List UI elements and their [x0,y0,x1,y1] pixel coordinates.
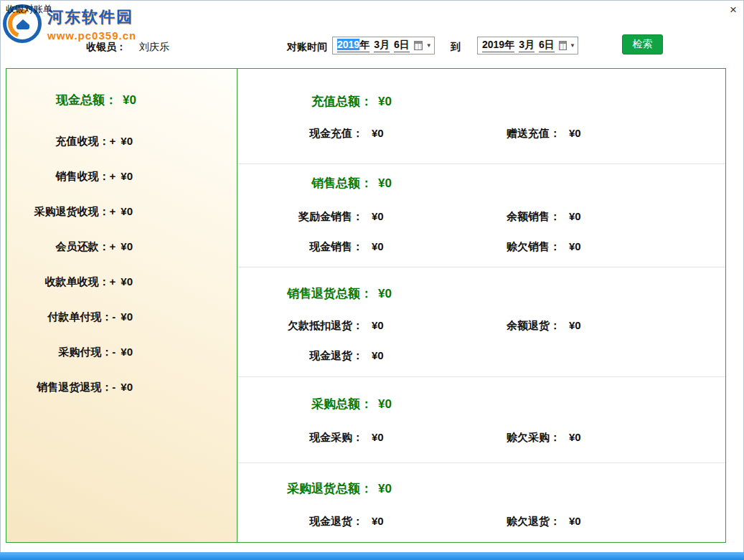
section-title-label: 采购退货总额： [287,482,372,495]
row-label: 付款单付现： [47,310,112,323]
stat-row: 现金退货： ¥0 赊欠退货： ¥0 [237,506,725,536]
stat-row: 奖励金销售： ¥0 余额销售： ¥0 [237,201,725,232]
section-title-label: 采购总额： [311,397,372,411]
stat-value: ¥0 [363,232,406,262]
date-to-month-segment[interactable]: 3月 [519,39,535,52]
stat-value: ¥0 [363,506,406,536]
search-button[interactable]: 检索 [622,34,663,54]
date-to-picker[interactable]: 2019年 3月 6日 ▼ [477,37,578,54]
row-value: ¥0 [121,310,133,323]
row-value: ¥0 [121,240,133,252]
row-sign: - [112,310,116,323]
stat-label: 奖励金销售： [237,201,363,232]
period-label: 对账时间 [287,41,327,54]
section-title-label: 销售退货总额： [287,287,372,300]
calendar-icon[interactable] [559,41,567,50]
detail-panel: 充值总额：¥0 现金充值： ¥0 赠送充值： ¥0 销售总额：¥0 奖励金销售：… [237,69,725,542]
row-sign: - [112,381,116,393]
stat-value: ¥0 [363,422,406,452]
stat-label: 赊欠退货： [406,506,560,536]
stat-label: 余额销售： [406,201,560,232]
row-sign: - [112,346,116,358]
section-title-value: ¥0 [378,95,392,108]
stat-label: 余额退货： [406,310,560,341]
stat-row: 现金采购： ¥0 赊欠采购： ¥0 [237,422,725,452]
stat-value: ¥0 [560,201,603,232]
reconciliation-panel: 现金总额：¥0 充值收现：+¥0 销售收现：+¥0 采购退货收现：+¥0 会员还… [6,68,726,543]
row-label: 充值收现： [56,135,110,147]
stat-row: 现金退货： ¥0 [237,341,725,371]
row-sign: + [110,240,116,252]
cash-flow-row: 会员还款：+¥0 [6,229,237,264]
date-to-year-segment[interactable]: 2019年 [482,39,514,52]
row-sign: + [110,205,116,217]
section-title: 充值总额：¥0 [237,89,392,115]
section-sales-return-total: 销售退货总额：¥0 欠款抵扣退货： ¥0 余额退货： ¥0 现金退货： ¥0 [237,267,725,377]
stat-label: 赊欠采购： [406,422,560,452]
stat-label: 赊欠销售： [406,232,560,262]
cash-flow-row: 销售收现：+¥0 [6,158,237,194]
row-value: ¥0 [121,170,133,182]
cash-flow-row: 采购付现：-¥0 [6,334,237,369]
section-title-value: ¥0 [378,287,392,300]
section-title: 采购退货总额：¥0 [237,476,392,502]
stat-value: ¥0 [363,118,406,148]
row-sign: + [110,135,116,147]
to-label: 到 [451,41,461,54]
stat-value: ¥0 [363,341,406,371]
stat-label: 现金充值： [237,118,363,148]
section-title-label: 销售总额： [311,176,372,190]
row-value: ¥0 [121,275,133,288]
date-to-day-segment[interactable]: 6日 [539,39,555,52]
stat-value: ¥0 [560,310,603,341]
row-label: 采购退货收现： [34,205,110,217]
row-sign: + [110,275,116,288]
stat-value: ¥0 [560,422,603,452]
calendar-icon[interactable] [414,41,423,50]
section-sales-total: 销售总额：¥0 奖励金销售： ¥0 余额销售： ¥0 现金销售： ¥0 赊欠销售… [237,164,725,267]
row-label: 销售退货退现： [37,381,112,393]
stat-row: 欠款抵扣退货： ¥0 余额退货： ¥0 [237,310,725,341]
stat-label: 赠送充值： [406,118,560,148]
section-title: 销售总额：¥0 [237,171,392,196]
section-purchase-return-total: 采购退货总额：¥0 现金退货： ¥0 赊欠退货： ¥0 [237,463,725,542]
stat-label: 现金采购： [237,422,363,452]
row-value: ¥0 [121,346,133,358]
section-title: 采购总额：¥0 [237,391,392,417]
row-label: 会员还款： [56,240,110,252]
cash-flow-row: 销售退货退现：-¥0 [6,369,237,404]
stat-row: 现金销售： ¥0 赊欠销售： ¥0 [237,232,725,262]
date-from-year-segment[interactable]: 2019年 [337,39,369,52]
chevron-down-icon[interactable]: ▼ [570,42,575,49]
title-bar: 收银对账单 × [0,0,744,19]
cash-flow-row: 充值收现：+¥0 [6,123,237,158]
cash-flow-row: 采购退货收现：+¥0 [6,194,237,229]
row-value: ¥0 [121,381,133,393]
row-sign: + [110,170,116,182]
site-url: www.pc0359.cn [47,29,136,42]
close-icon[interactable]: × [718,4,737,16]
stat-row: 现金充值： ¥0 赠送充值： ¥0 [237,118,725,148]
cashier-name: 刘庆乐 [139,41,169,52]
section-title: 销售退货总额：¥0 [237,281,392,307]
window-title: 收银对账单 [6,3,52,16]
stat-label: 现金退货： [237,506,363,536]
stat-value: ¥0 [560,118,603,148]
cash-total-label: 现金总额： [56,93,117,107]
section-recharge-total: 充值总额：¥0 现金充值： ¥0 赠送充值： ¥0 [237,69,725,164]
stat-value: ¥0 [560,506,603,536]
row-value: ¥0 [121,135,133,147]
date-from-day-segment[interactable]: 6日 [394,39,410,52]
window-bottom-edge [0,552,744,560]
stat-label: 欠款抵扣退货： [237,310,363,341]
stat-label: 现金退货： [237,341,363,371]
date-from-month-segment[interactable]: 3月 [374,39,390,52]
chevron-down-icon[interactable]: ▼ [425,42,432,49]
section-purchase-total: 采购总额：¥0 现金采购： ¥0 赊欠采购： ¥0 [237,377,725,463]
row-label: 采购付现： [58,346,112,358]
stat-label: 现金销售： [237,232,363,262]
stat-value: ¥0 [560,232,603,262]
stat-value: ¥0 [363,310,406,341]
date-from-picker[interactable]: 2019年 3月 6日 ▼ [332,37,435,54]
cash-summary-panel: 现金总额：¥0 充值收现：+¥0 销售收现：+¥0 采购退货收现：+¥0 会员还… [6,69,237,542]
